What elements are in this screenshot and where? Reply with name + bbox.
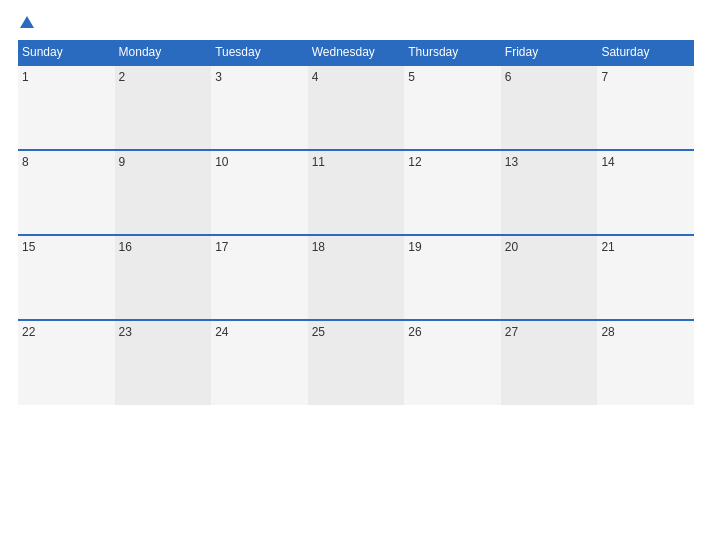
day-cell-8: 8 xyxy=(18,150,115,235)
day-number: 25 xyxy=(312,325,401,339)
day-cell-26: 26 xyxy=(404,320,501,405)
day-cell-1: 1 xyxy=(18,65,115,150)
day-number: 11 xyxy=(312,155,401,169)
day-number: 1 xyxy=(22,70,111,84)
calendar-table: SundayMondayTuesdayWednesdayThursdayFrid… xyxy=(18,40,694,405)
day-cell-9: 9 xyxy=(115,150,212,235)
day-cell-4: 4 xyxy=(308,65,405,150)
weekday-header-friday: Friday xyxy=(501,40,598,65)
day-cell-6: 6 xyxy=(501,65,598,150)
day-number: 4 xyxy=(312,70,401,84)
day-number: 20 xyxy=(505,240,594,254)
weekday-header-thursday: Thursday xyxy=(404,40,501,65)
week-row-1: 1234567 xyxy=(18,65,694,150)
day-cell-5: 5 xyxy=(404,65,501,150)
day-cell-19: 19 xyxy=(404,235,501,320)
day-cell-3: 3 xyxy=(211,65,308,150)
day-cell-27: 27 xyxy=(501,320,598,405)
day-number: 21 xyxy=(601,240,690,254)
day-number: 6 xyxy=(505,70,594,84)
day-number: 8 xyxy=(22,155,111,169)
day-cell-25: 25 xyxy=(308,320,405,405)
day-number: 13 xyxy=(505,155,594,169)
logo xyxy=(18,18,34,30)
day-cell-10: 10 xyxy=(211,150,308,235)
calendar-page: SundayMondayTuesdayWednesdayThursdayFrid… xyxy=(0,0,712,550)
day-cell-23: 23 xyxy=(115,320,212,405)
day-cell-12: 12 xyxy=(404,150,501,235)
day-number: 2 xyxy=(119,70,208,84)
day-number: 28 xyxy=(601,325,690,339)
day-number: 7 xyxy=(601,70,690,84)
weekday-header-saturday: Saturday xyxy=(597,40,694,65)
week-row-2: 891011121314 xyxy=(18,150,694,235)
day-number: 19 xyxy=(408,240,497,254)
day-number: 23 xyxy=(119,325,208,339)
day-cell-15: 15 xyxy=(18,235,115,320)
day-number: 15 xyxy=(22,240,111,254)
day-cell-2: 2 xyxy=(115,65,212,150)
weekday-header-wednesday: Wednesday xyxy=(308,40,405,65)
day-cell-24: 24 xyxy=(211,320,308,405)
calendar-header xyxy=(18,18,694,30)
day-cell-28: 28 xyxy=(597,320,694,405)
day-number: 27 xyxy=(505,325,594,339)
weekday-header-sunday: Sunday xyxy=(18,40,115,65)
day-number: 16 xyxy=(119,240,208,254)
day-number: 3 xyxy=(215,70,304,84)
week-row-3: 15161718192021 xyxy=(18,235,694,320)
day-number: 9 xyxy=(119,155,208,169)
weekday-header-row: SundayMondayTuesdayWednesdayThursdayFrid… xyxy=(18,40,694,65)
day-number: 10 xyxy=(215,155,304,169)
day-cell-22: 22 xyxy=(18,320,115,405)
day-number: 26 xyxy=(408,325,497,339)
day-cell-14: 14 xyxy=(597,150,694,235)
day-cell-17: 17 xyxy=(211,235,308,320)
week-row-4: 22232425262728 xyxy=(18,320,694,405)
day-cell-18: 18 xyxy=(308,235,405,320)
day-number: 5 xyxy=(408,70,497,84)
day-cell-16: 16 xyxy=(115,235,212,320)
day-cell-13: 13 xyxy=(501,150,598,235)
day-cell-11: 11 xyxy=(308,150,405,235)
day-number: 12 xyxy=(408,155,497,169)
day-cell-21: 21 xyxy=(597,235,694,320)
day-number: 18 xyxy=(312,240,401,254)
day-number: 14 xyxy=(601,155,690,169)
day-cell-20: 20 xyxy=(501,235,598,320)
weekday-header-monday: Monday xyxy=(115,40,212,65)
logo-triangle-icon xyxy=(20,16,34,28)
weekday-header-tuesday: Tuesday xyxy=(211,40,308,65)
day-number: 22 xyxy=(22,325,111,339)
day-number: 17 xyxy=(215,240,304,254)
day-cell-7: 7 xyxy=(597,65,694,150)
day-number: 24 xyxy=(215,325,304,339)
